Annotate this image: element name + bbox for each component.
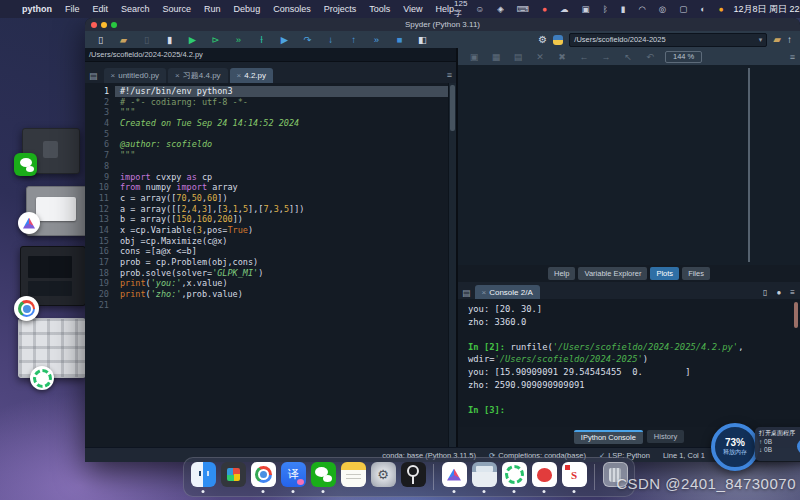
code-line[interactable]: prob = cp.Problem(obj,cons)	[115, 257, 448, 268]
debug-file-icon[interactable]: ▶	[273, 31, 296, 48]
code-line[interactable]: #!/usr/bin/env python3	[115, 86, 448, 97]
window-titlebar[interactable]: Spyder (Python 3.11)	[85, 18, 800, 31]
control-center-icon[interactable]: ◐	[700, 0, 705, 18]
console-pane-tab-ipython-console[interactable]: IPython Console	[574, 430, 643, 444]
menu-item-consoles[interactable]: Consoles	[273, 4, 311, 14]
console-status-icon[interactable]: ●	[776, 288, 781, 297]
editor-tab-4-2-py[interactable]: ×4.2.py	[230, 68, 273, 83]
step-out-icon[interactable]: ↑	[342, 31, 365, 48]
menu-item-run[interactable]: Run	[204, 4, 221, 14]
editor-scroll-flag-area[interactable]	[448, 83, 456, 448]
pane-tab-plots[interactable]: Plots	[650, 267, 679, 280]
display-icon[interactable]: ▢	[679, 0, 687, 18]
close-tab-icon[interactable]: ×	[237, 71, 242, 80]
code-line[interactable]: """	[115, 150, 448, 161]
share-screen-icon[interactable]: ▣	[582, 0, 590, 18]
code-line[interactable]	[115, 300, 448, 311]
emoji-menu-icon[interactable]: ☺	[475, 0, 484, 18]
code-line[interactable]: b = array([150,160,200])	[115, 214, 448, 225]
debug-continue-icon[interactable]: »	[365, 31, 388, 48]
editor-tab-untitled0-py[interactable]: ×untitled0.py	[104, 68, 167, 83]
minimized-window-files[interactable]	[18, 318, 86, 378]
dock-download-app[interactable]	[441, 461, 467, 493]
dock-translate[interactable]: 译	[280, 461, 306, 493]
save-file-icon[interactable]: ▯	[135, 31, 158, 48]
previous-plot-icon[interactable]: ←	[573, 52, 595, 62]
spotlight-search-icon[interactable]: ◎	[659, 0, 666, 18]
pane-tab-files[interactable]: Files	[682, 267, 710, 280]
maximize-pane-icon[interactable]: ◧	[411, 31, 434, 48]
menu-item-search[interactable]: Search	[121, 4, 150, 14]
working-directory-select[interactable]: /Users/scofieldo/2024-2025 ▾	[569, 33, 767, 47]
code-line[interactable]: @author: scofieldo	[115, 139, 448, 150]
code-line[interactable]: x =cp.Variable(3,pos=True)	[115, 225, 448, 236]
save-all-plots-icon[interactable]: ▦	[485, 52, 507, 62]
plots-zoom-level[interactable]: 144 %	[665, 51, 702, 63]
bluetooth-icon[interactable]: ᛒ	[603, 0, 608, 18]
code-line[interactable]: import cvxpy as cp	[115, 172, 448, 183]
keyboard-icon[interactable]: ⌨	[517, 0, 529, 18]
console-pane-tab-history[interactable]: History	[647, 430, 684, 443]
code-line[interactable]: # -*- codiarng: utf-8 -*-	[115, 97, 448, 108]
console-scrollbar-thumb[interactable]	[794, 302, 798, 328]
code-line[interactable]: print('zho:',prob.value)	[115, 289, 448, 300]
pane-tab-help[interactable]: Help	[548, 267, 575, 280]
editor-tab-4-4-py[interactable]: ×习题4.4.py	[168, 68, 227, 83]
code-line[interactable]: """	[115, 107, 448, 118]
browse-tabs-icon[interactable]: ▤	[89, 71, 98, 81]
zoom-in-icon[interactable]: ↖	[617, 52, 639, 62]
console-environment-icon[interactable]: ▯	[763, 288, 767, 297]
close-tab-icon[interactable]: ×	[175, 71, 180, 80]
run-selection-icon[interactable]: Ɨ	[250, 31, 273, 48]
menu-item-edit[interactable]: Edit	[93, 4, 109, 14]
code-area[interactable]: #!/usr/bin/env python3# -*- codiarng: ut…	[115, 83, 448, 448]
next-plot-icon[interactable]: →	[595, 52, 617, 62]
dock-launchpad[interactable]	[220, 461, 246, 493]
zoom-out-icon[interactable]: ↶	[639, 52, 661, 62]
memory-gauge[interactable]: 73% 释放内存	[711, 423, 759, 471]
open-file-icon[interactable]: ▰	[112, 31, 135, 48]
dock-red-s-app[interactable]: S	[561, 461, 587, 493]
wifi-icon[interactable]: ◠	[638, 0, 645, 18]
remove-plot-icon[interactable]: ✕	[529, 52, 551, 62]
close-tab-icon[interactable]: ×	[111, 71, 116, 80]
dock-green-ring-app[interactable]	[501, 461, 527, 493]
run-cell-advance-icon[interactable]: »	[227, 31, 250, 48]
code-line[interactable]: print('you:',x.value)	[115, 278, 448, 289]
close-console-icon[interactable]: ×	[482, 288, 487, 297]
dock-finder[interactable]	[190, 461, 216, 493]
menubar-clock[interactable]: 12月8日 周日 22:57	[734, 3, 800, 16]
menu-item-source[interactable]: Source	[163, 4, 192, 14]
debug-stop-icon[interactable]: ■	[388, 31, 411, 48]
pane-tab-variable-explorer[interactable]: Variable Explorer	[578, 267, 647, 280]
plots-options-menu-icon[interactable]: ≡	[790, 52, 795, 62]
save-plot-icon[interactable]: ▣	[463, 52, 485, 62]
remove-all-plots-icon[interactable]: ✖	[551, 52, 573, 62]
browse-directory-icon[interactable]: ▰	[773, 34, 781, 45]
run-cell-icon[interactable]: ⊳	[204, 31, 227, 48]
step-into-icon[interactable]: ↓	[319, 31, 342, 48]
code-line[interactable]: cons =[a@x <=b]	[115, 246, 448, 257]
browse-console-tabs-icon[interactable]: ▤	[462, 288, 471, 298]
plots-thumbnail-strip[interactable]	[748, 68, 791, 262]
menu-item-python[interactable]: python	[22, 4, 52, 14]
ipython-console-output[interactable]: you: [20. 30.]zho: 3360.0In [2]: runfile…	[458, 299, 800, 430]
save-all-icon[interactable]: ▮	[158, 31, 181, 48]
dock-system-settings[interactable]: ⚙	[370, 461, 396, 493]
network-icon[interactable]: ☁	[560, 0, 569, 18]
code-editor[interactable]: 123456789101112131415161718192021 #!/usr…	[85, 83, 456, 448]
step-over-icon[interactable]: ↷	[296, 31, 319, 48]
menu-item-debug[interactable]: Debug	[234, 4, 261, 14]
code-line[interactable]: Created on Tue Sep 24 14:14:52 2024	[115, 118, 448, 129]
dock-red-apple-app[interactable]	[531, 461, 557, 493]
code-line[interactable]: from numpy import array	[115, 182, 448, 193]
screen-record-icon[interactable]: ●	[542, 0, 547, 18]
menu-item-view[interactable]: View	[403, 4, 422, 14]
run-file-icon[interactable]: ▶	[181, 31, 204, 48]
preferences-wrench-icon[interactable]: ⚙	[538, 34, 547, 45]
code-line[interactable]: c = array([70,50,60])	[115, 193, 448, 204]
menu-item-projects[interactable]: Projects	[324, 4, 357, 14]
dock-passwords[interactable]	[400, 461, 426, 493]
code-line[interactable]: obj =cp.Maximize(c@x)	[115, 236, 448, 247]
desktop-program-panel[interactable]: 打开桌面程序 ↑ 0B↓ 0B +	[755, 427, 800, 461]
